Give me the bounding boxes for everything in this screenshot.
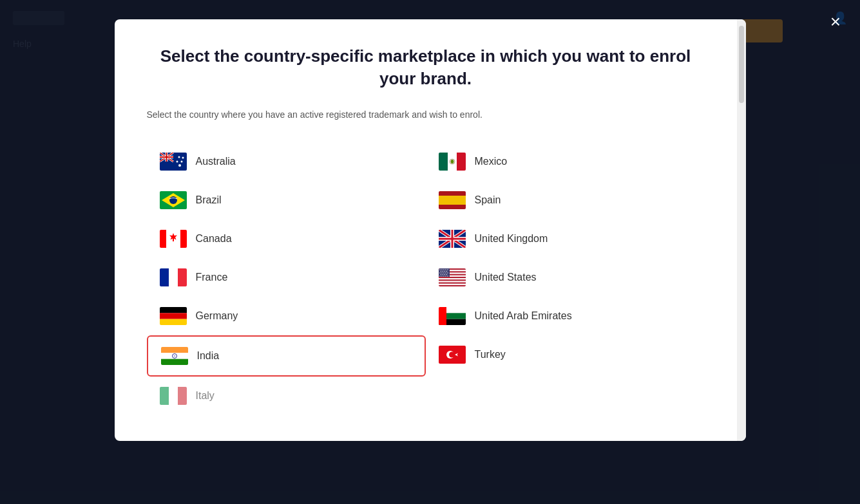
country-uk[interactable]: United Kingdom xyxy=(426,219,705,258)
country-name-germany: Germany xyxy=(196,310,238,322)
svg-point-10 xyxy=(178,156,180,158)
svg-point-71 xyxy=(441,272,442,273)
country-mexico[interactable]: Mexico xyxy=(426,142,705,181)
flag-mexico xyxy=(439,153,466,171)
svg-rect-28 xyxy=(161,347,188,353)
svg-rect-19 xyxy=(160,230,166,248)
svg-point-82 xyxy=(445,275,446,276)
svg-point-65 xyxy=(447,269,448,270)
modal: Select the country-specific marketplace … xyxy=(115,19,746,441)
svg-rect-58 xyxy=(439,281,466,283)
svg-point-80 xyxy=(441,275,442,276)
flag-italy xyxy=(160,387,187,405)
svg-rect-23 xyxy=(169,268,178,286)
country-name-italy: Italy xyxy=(196,390,215,402)
modal-overlay: Select the country-specific marketplace … xyxy=(0,0,860,504)
modal-subtitle: Select the country where you have an act… xyxy=(147,109,705,120)
left-column: Australia Brazil xyxy=(147,142,426,415)
svg-rect-27 xyxy=(160,319,187,325)
svg-rect-87 xyxy=(439,307,446,325)
svg-point-64 xyxy=(445,269,446,270)
country-uae[interactable]: United Arab Emirates xyxy=(426,297,705,335)
country-brazil[interactable]: Brazil xyxy=(147,181,426,219)
svg-rect-21 xyxy=(173,238,174,241)
country-turkey[interactable]: Turkey xyxy=(426,335,705,374)
country-name-mexico: Mexico xyxy=(475,156,508,167)
svg-point-69 xyxy=(446,271,446,272)
flag-australia xyxy=(160,153,187,171)
svg-point-79 xyxy=(439,275,440,276)
svg-point-11 xyxy=(176,161,178,163)
svg-point-68 xyxy=(444,271,444,272)
country-australia[interactable]: Australia xyxy=(147,142,426,181)
country-name-france: France xyxy=(196,272,228,283)
svg-point-17 xyxy=(169,196,177,204)
country-name-spain: Spain xyxy=(475,194,501,206)
right-column: Mexico Spain xyxy=(426,142,705,415)
scrollbar-thumb[interactable] xyxy=(739,26,744,103)
svg-rect-22 xyxy=(160,268,169,286)
svg-rect-38 xyxy=(457,153,466,171)
flag-spain xyxy=(439,191,466,209)
svg-point-73 xyxy=(445,272,446,273)
country-name-uk: United Kingdom xyxy=(475,233,548,245)
svg-rect-59 xyxy=(439,284,466,285)
flag-canada xyxy=(160,230,187,248)
country-italy[interactable]: Italy xyxy=(147,377,426,415)
country-name-turkey: Turkey xyxy=(475,349,506,360)
country-us[interactable]: United States xyxy=(426,258,705,297)
svg-rect-20 xyxy=(180,230,187,248)
svg-rect-34 xyxy=(169,387,178,405)
svg-point-12 xyxy=(180,161,182,163)
svg-rect-30 xyxy=(161,359,188,365)
country-name-us: United States xyxy=(475,272,537,283)
flag-brazil xyxy=(160,191,187,209)
svg-point-81 xyxy=(443,275,444,276)
flag-india xyxy=(161,347,188,365)
svg-rect-35 xyxy=(178,387,187,405)
flag-france xyxy=(160,268,187,286)
country-spain[interactable]: Spain xyxy=(426,181,705,219)
svg-point-77 xyxy=(444,274,444,275)
svg-point-14 xyxy=(178,164,181,167)
svg-point-78 xyxy=(446,274,446,275)
flag-uk xyxy=(439,230,466,248)
svg-point-13 xyxy=(182,157,184,159)
svg-rect-52 xyxy=(439,238,466,240)
svg-rect-24 xyxy=(178,268,187,286)
flag-turkey xyxy=(439,346,466,364)
countries-grid: Australia Brazil xyxy=(147,142,705,415)
svg-rect-41 xyxy=(439,191,466,196)
country-france[interactable]: France xyxy=(147,258,426,297)
svg-rect-26 xyxy=(160,313,187,319)
svg-point-72 xyxy=(443,272,444,273)
svg-point-70 xyxy=(439,272,440,273)
modal-title: Select the country-specific marketplace … xyxy=(147,45,705,90)
scrollbar-track[interactable] xyxy=(737,19,746,441)
svg-point-40 xyxy=(450,160,454,163)
svg-point-62 xyxy=(441,269,442,270)
svg-point-83 xyxy=(447,275,448,276)
country-name-india: India xyxy=(197,350,220,362)
svg-rect-57 xyxy=(439,278,466,279)
modal-content: Select the country-specific marketplace … xyxy=(115,19,737,441)
flag-germany xyxy=(160,307,187,325)
country-india[interactable]: India xyxy=(147,335,426,377)
svg-point-74 xyxy=(447,272,448,273)
svg-rect-36 xyxy=(439,153,448,171)
svg-rect-25 xyxy=(160,307,187,313)
country-name-uae: United Arab Emirates xyxy=(475,310,572,322)
close-button[interactable]: × xyxy=(830,13,841,31)
flag-us xyxy=(439,268,466,286)
country-canada[interactable]: Canada xyxy=(147,219,426,258)
svg-point-32 xyxy=(174,355,175,356)
flag-uae xyxy=(439,307,466,325)
svg-rect-42 xyxy=(439,196,466,205)
country-name-brazil: Brazil xyxy=(196,194,222,206)
country-name-australia: Australia xyxy=(196,156,236,167)
svg-point-66 xyxy=(440,271,441,272)
svg-rect-43 xyxy=(439,205,466,209)
svg-point-63 xyxy=(443,269,444,270)
country-germany[interactable]: Germany xyxy=(147,297,426,335)
svg-point-76 xyxy=(442,274,443,275)
